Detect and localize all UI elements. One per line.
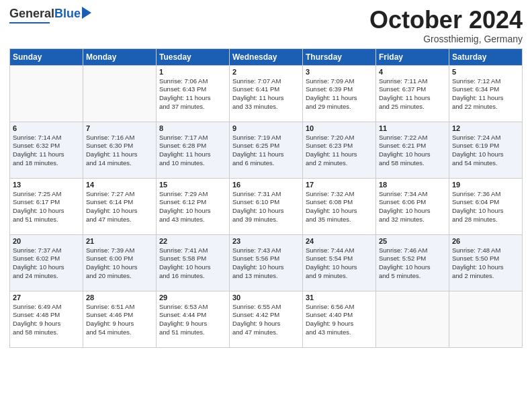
day-number: 21 [86,237,153,245]
cell-content: Sunrise: 7:11 AM Sunset: 6:37 PM Dayligh… [379,77,446,111]
cell-content: Sunrise: 7:43 AM Sunset: 5:56 PM Dayligh… [232,246,300,281]
cell-content: Sunrise: 7:17 AM Sunset: 6:28 PM Dayligh… [159,134,226,168]
cell-content: Sunrise: 7:25 AM Sunset: 6:17 PM Dayligh… [13,190,80,224]
day-number: 17 [306,181,373,189]
cell-content: Sunrise: 7:06 AM Sunset: 6:43 PM Dayligh… [159,77,226,111]
cell-content: Sunrise: 7:39 AM Sunset: 6:00 PM Dayligh… [86,246,153,281]
day-number: 4 [379,68,446,76]
cell-content: Sunrise: 7:14 AM Sunset: 6:32 PM Dayligh… [13,134,80,168]
cell-content: Sunrise: 7:07 AM Sunset: 6:41 PM Dayligh… [232,77,300,111]
week-row-1: 1Sunrise: 7:06 AM Sunset: 6:43 PM Daylig… [10,65,523,122]
day-number: 24 [306,237,373,245]
day-number: 2 [232,68,300,76]
logo-arrow-icon [82,7,91,19]
calendar-cell: 11Sunrise: 7:22 AM Sunset: 6:21 PM Dayli… [376,122,449,178]
cell-content: Sunrise: 7:34 AM Sunset: 6:06 PM Dayligh… [379,190,446,224]
day-number: 1 [159,68,226,76]
calendar-cell: 30Sunrise: 6:55 AM Sunset: 4:42 PM Dayli… [230,291,303,347]
title-area: October 2024 Grossthiemig, Germany [369,7,523,44]
day-number: 12 [452,124,519,132]
header: General Blue October 2024 Grossthiemig, … [9,7,523,44]
logo-blue-text: Blue [54,7,81,21]
calendar-header: SundayMondayTuesdayWednesdayThursdayFrid… [10,48,523,65]
cell-content: Sunrise: 7:19 AM Sunset: 6:25 PM Dayligh… [232,134,300,168]
calendar-cell: 27Sunrise: 6:49 AM Sunset: 4:48 PM Dayli… [10,291,83,347]
week-row-4: 20Sunrise: 7:37 AM Sunset: 6:02 PM Dayli… [10,234,523,291]
location: Grossthiemig, Germany [369,34,523,44]
day-header-thursday: Thursday [303,48,376,65]
calendar-cell: 20Sunrise: 7:37 AM Sunset: 6:02 PM Dayli… [10,234,83,291]
cell-content: Sunrise: 7:41 AM Sunset: 5:58 PM Dayligh… [159,246,226,281]
cell-content: Sunrise: 7:36 AM Sunset: 6:04 PM Dayligh… [452,190,519,224]
month-title: October 2024 [369,7,523,34]
cell-content: Sunrise: 7:29 AM Sunset: 6:12 PM Dayligh… [159,190,226,224]
logo-line [9,22,50,24]
calendar-cell: 1Sunrise: 7:06 AM Sunset: 6:43 PM Daylig… [157,65,230,122]
calendar-cell: 18Sunrise: 7:34 AM Sunset: 6:06 PM Dayli… [376,178,449,234]
calendar-body: 1Sunrise: 7:06 AM Sunset: 6:43 PM Daylig… [10,65,523,347]
cell-content: Sunrise: 7:24 AM Sunset: 6:19 PM Dayligh… [452,134,519,168]
calendar-cell: 10Sunrise: 7:20 AM Sunset: 6:23 PM Dayli… [303,122,376,178]
cell-content: Sunrise: 7:31 AM Sunset: 6:10 PM Dayligh… [232,190,300,224]
calendar-cell: 16Sunrise: 7:31 AM Sunset: 6:10 PM Dayli… [230,178,303,234]
cell-content: Sunrise: 6:49 AM Sunset: 4:48 PM Dayligh… [13,303,80,337]
day-number: 28 [86,293,153,302]
calendar-cell: 6Sunrise: 7:14 AM Sunset: 6:32 PM Daylig… [10,122,83,178]
day-header-wednesday: Wednesday [230,48,303,65]
calendar-table: SundayMondayTuesdayWednesdayThursdayFrid… [9,48,523,348]
calendar-cell: 14Sunrise: 7:27 AM Sunset: 6:14 PM Dayli… [83,178,157,234]
cell-content: Sunrise: 7:12 AM Sunset: 6:34 PM Dayligh… [452,77,519,111]
week-row-2: 6Sunrise: 7:14 AM Sunset: 6:32 PM Daylig… [10,122,523,178]
calendar-cell: 13Sunrise: 7:25 AM Sunset: 6:17 PM Dayli… [10,178,83,234]
header-row: SundayMondayTuesdayWednesdayThursdayFrid… [10,48,523,65]
calendar-cell: 5Sunrise: 7:12 AM Sunset: 6:34 PM Daylig… [449,65,523,122]
cell-content: Sunrise: 7:44 AM Sunset: 5:54 PM Dayligh… [306,246,373,281]
logo: General Blue [9,7,91,24]
day-number: 30 [232,293,300,302]
day-number: 19 [452,181,519,189]
calendar-cell: 19Sunrise: 7:36 AM Sunset: 6:04 PM Dayli… [449,178,523,234]
calendar-cell: 22Sunrise: 7:41 AM Sunset: 5:58 PM Dayli… [157,234,230,291]
calendar-cell: 15Sunrise: 7:29 AM Sunset: 6:12 PM Dayli… [157,178,230,234]
cell-content: Sunrise: 7:37 AM Sunset: 6:02 PM Dayligh… [13,246,80,281]
calendar-cell: 31Sunrise: 6:56 AM Sunset: 4:40 PM Dayli… [303,291,376,347]
day-number: 8 [159,124,226,132]
calendar-cell: 21Sunrise: 7:39 AM Sunset: 6:00 PM Dayli… [83,234,157,291]
day-header-sunday: Sunday [10,48,83,65]
cell-content: Sunrise: 7:22 AM Sunset: 6:21 PM Dayligh… [379,134,446,168]
day-number: 6 [13,124,80,132]
cell-content: Sunrise: 6:51 AM Sunset: 4:46 PM Dayligh… [86,303,153,337]
cell-content: Sunrise: 7:27 AM Sunset: 6:14 PM Dayligh… [86,190,153,224]
cell-content: Sunrise: 6:53 AM Sunset: 4:44 PM Dayligh… [159,303,226,337]
page-container: General Blue October 2024 Grossthiemig, … [0,0,532,352]
cell-content: Sunrise: 7:20 AM Sunset: 6:23 PM Dayligh… [306,134,373,168]
day-number: 11 [379,124,446,132]
calendar-cell: 8Sunrise: 7:17 AM Sunset: 6:28 PM Daylig… [157,122,230,178]
calendar-cell: 25Sunrise: 7:46 AM Sunset: 5:52 PM Dayli… [376,234,449,291]
calendar-cell [376,291,449,347]
day-number: 13 [13,181,80,189]
day-number: 7 [86,124,153,132]
day-header-saturday: Saturday [449,48,523,65]
cell-content: Sunrise: 7:16 AM Sunset: 6:30 PM Dayligh… [86,134,153,168]
calendar-cell: 2Sunrise: 7:07 AM Sunset: 6:41 PM Daylig… [230,65,303,122]
calendar-cell [449,291,523,347]
calendar-cell: 12Sunrise: 7:24 AM Sunset: 6:19 PM Dayli… [449,122,523,178]
calendar-cell: 3Sunrise: 7:09 AM Sunset: 6:39 PM Daylig… [303,65,376,122]
calendar-cell: 9Sunrise: 7:19 AM Sunset: 6:25 PM Daylig… [230,122,303,178]
cell-content: Sunrise: 7:46 AM Sunset: 5:52 PM Dayligh… [379,246,446,281]
calendar-cell: 4Sunrise: 7:11 AM Sunset: 6:37 PM Daylig… [376,65,449,122]
calendar-cell: 26Sunrise: 7:48 AM Sunset: 5:50 PM Dayli… [449,234,523,291]
day-number: 5 [452,68,519,76]
calendar-cell: 23Sunrise: 7:43 AM Sunset: 5:56 PM Dayli… [230,234,303,291]
cell-content: Sunrise: 6:55 AM Sunset: 4:42 PM Dayligh… [232,303,300,337]
week-row-3: 13Sunrise: 7:25 AM Sunset: 6:17 PM Dayli… [10,178,523,234]
calendar-cell: 28Sunrise: 6:51 AM Sunset: 4:46 PM Dayli… [83,291,157,347]
day-number: 15 [159,181,226,189]
day-number: 16 [232,181,300,189]
logo-general-text: General [9,7,54,21]
cell-content: Sunrise: 7:48 AM Sunset: 5:50 PM Dayligh… [452,246,519,281]
calendar-cell: 24Sunrise: 7:44 AM Sunset: 5:54 PM Dayli… [303,234,376,291]
cell-content: Sunrise: 7:32 AM Sunset: 6:08 PM Dayligh… [306,190,373,224]
week-row-5: 27Sunrise: 6:49 AM Sunset: 4:48 PM Dayli… [10,291,523,347]
